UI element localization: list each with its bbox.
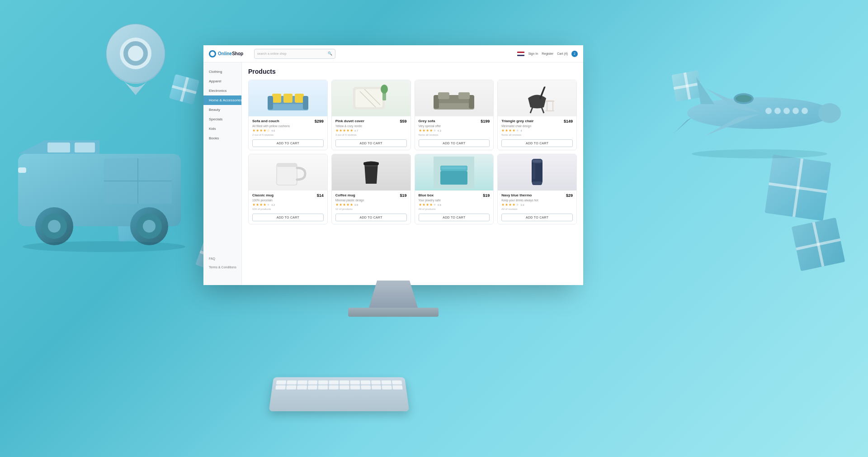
product-card-duvet: Pink duvet cover $59 Yellow & cozy nordi…: [331, 80, 411, 150]
language-flag[interactable]: [517, 52, 524, 56]
product-image-grey-sofa: [415, 80, 494, 116]
svg-rect-48: [277, 163, 297, 167]
product-name: Sofa and couch: [252, 119, 279, 123]
svg-rect-24: [272, 94, 281, 103]
svg-point-21: [23, 241, 185, 252]
product-desc: Keep your drinks always hot: [501, 199, 573, 202]
keyboard-key: [340, 381, 349, 385]
reviews-count: 12 of products: [335, 208, 407, 210]
sidebar-item-faq[interactable]: FAQ: [203, 254, 242, 263]
sidebar-item-apparel[interactable]: Apparel: [203, 76, 241, 86]
product-desc: Your jewelry safe: [419, 199, 490, 202]
add-to-cart-sofa[interactable]: ADD TO CART: [252, 139, 324, 147]
keyboard-key: [392, 381, 402, 385]
product-image-chair: [498, 80, 574, 116]
product-card-mug: Classic mug $14 100% porcelain ★★★★★ 4.2…: [248, 154, 328, 224]
product-price: $59: [400, 119, 406, 124]
product-stars: ★★★★★ 4.7: [335, 129, 407, 133]
register-link[interactable]: Register: [542, 52, 553, 55]
keyboard-key: [329, 381, 339, 385]
rating-count: 4.2: [271, 204, 275, 206]
product-stars: ★★★★★ 4.2: [252, 203, 324, 207]
site-header: OnlineShop search a online shop 🔍 Sign I…: [203, 45, 574, 62]
keyboard-key: [392, 386, 403, 390]
sidebar-item-beauty[interactable]: Beauty: [203, 105, 241, 114]
product-name: Triangle grey chair: [501, 119, 533, 123]
product-name: Grey sofa: [419, 119, 435, 123]
cart-label[interactable]: Cart (4): [557, 52, 568, 55]
product-price: $29: [566, 193, 573, 198]
sidebar-item-books[interactable]: Books: [203, 133, 241, 143]
sign-in-link[interactable]: Sign In: [528, 52, 538, 55]
keyboard-key: [308, 381, 318, 385]
search-icon[interactable]: 🔍: [328, 52, 332, 56]
reviews-count: 2 out of 5 reviews: [252, 133, 324, 136]
add-to-cart-duvet[interactable]: ADD TO CART: [335, 139, 407, 147]
svg-rect-54: [441, 167, 467, 169]
sidebar-item-clothing[interactable]: Clothing: [203, 67, 241, 76]
product-image-coffee-mug: [332, 154, 410, 190]
svg-point-66: [802, 108, 808, 114]
svg-rect-9: [47, 143, 70, 152]
decoration-box-right-mid: [765, 155, 831, 221]
product-desc: All filled with yellow cushions: [252, 124, 324, 128]
sidebar-item-home[interactable]: Home & Accessories: [203, 95, 241, 105]
sidebar-item-electronics[interactable]: Electronics: [203, 86, 241, 95]
product-stars: ★★★★★ 4.8: [335, 203, 407, 207]
product-name: Coffee mug: [335, 193, 355, 197]
sidebar-item-terms[interactable]: Terms & Conditions: [203, 263, 242, 271]
product-card-thermo: Navy blue thermo $29 Keep your drinks al…: [497, 154, 574, 224]
keyboard-key: [350, 381, 360, 385]
product-card-sofa: Sofa and couch $299 All filled with yell…: [248, 80, 328, 150]
product-desc: Minimal plastic design: [335, 199, 407, 202]
svg-rect-59: [533, 163, 535, 179]
product-name: Blue box: [419, 193, 434, 197]
search-bar[interactable]: search a online shop 🔍: [254, 49, 335, 59]
add-to-cart-grey-sofa[interactable]: ADD TO CART: [419, 139, 490, 147]
sidebar-item-specials[interactable]: Specials: [203, 114, 241, 124]
sidebar-item-kids[interactable]: Kids: [203, 124, 241, 133]
sidebar: Clothing Apparel Electronics Home & Acce…: [203, 62, 242, 281]
keyboard-key: [297, 381, 307, 385]
keyboard-key: [350, 386, 360, 390]
logo: OnlineShop: [209, 50, 250, 57]
products-grid: Sofa and couch $299 All filled with yell…: [248, 80, 574, 224]
product-stars: ★★★★★ 4.3: [419, 129, 490, 133]
svg-rect-53: [440, 171, 467, 185]
reviews-count: All of products: [419, 208, 490, 210]
add-to-cart-chair[interactable]: ADD TO CART: [501, 139, 573, 147]
product-card-grey-sofa: Grey sofa $199 Very special offer ★★★★★ …: [415, 80, 494, 150]
rating-count: 3.9: [520, 204, 524, 206]
product-image-mug: [249, 154, 327, 190]
add-to-cart-coffee-mug[interactable]: ADD TO CART: [335, 214, 407, 221]
svg-rect-27: [268, 96, 273, 109]
cart-badge[interactable]: 2: [571, 51, 574, 57]
rating-count: 4.7: [354, 129, 358, 132]
product-image-blue-box: [415, 154, 494, 190]
svg-point-16: [48, 220, 61, 233]
keyboard-key: [276, 381, 286, 385]
keyboard-key: [340, 386, 349, 390]
reviews-count: None all reviews: [419, 133, 490, 136]
header-right: Sign In Register Cart (4) 2: [517, 51, 574, 57]
rating-count: 4.6: [271, 129, 275, 132]
keyboard-key: [287, 381, 297, 385]
search-placeholder-text: search a online shop: [257, 52, 287, 55]
product-desc: Minimalist chair design: [501, 124, 573, 128]
product-stars: ★★★★☆ 4.6: [252, 129, 324, 133]
add-to-cart-blue-box[interactable]: ADD TO CART: [419, 214, 490, 221]
svg-line-42: [542, 107, 544, 113]
reviews-count: 3 out of 6 reviews: [335, 133, 407, 136]
svg-point-64: [774, 108, 781, 114]
keyboard-key: [360, 381, 370, 385]
reviews-count: All of reviews: [501, 208, 573, 210]
rating-count: 4.8: [354, 204, 358, 206]
add-to-cart-thermo[interactable]: ADD TO CART: [501, 214, 573, 221]
keyboard-key: [297, 386, 307, 390]
product-price: $299: [315, 119, 324, 124]
product-desc: Yellow & cozy nordic: [335, 124, 407, 128]
svg-point-34: [381, 85, 388, 94]
add-to-cart-mug[interactable]: ADD TO CART: [252, 214, 324, 221]
svg-point-19: [143, 220, 156, 233]
reviews-count: 100 of products: [252, 208, 324, 210]
